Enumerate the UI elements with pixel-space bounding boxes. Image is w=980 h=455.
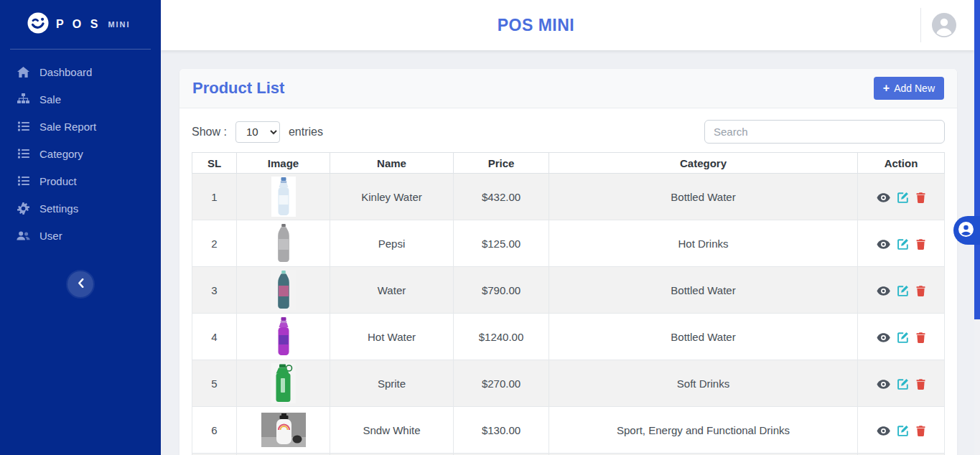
product-list-card: Product List + Add New Show : 10 entries bbox=[179, 69, 957, 455]
table-controls: Show : 10 entries bbox=[192, 120, 945, 144]
cell-price: $432.00 bbox=[454, 174, 549, 220]
col-header-sl: SL bbox=[192, 153, 237, 174]
home-icon bbox=[17, 67, 30, 78]
sidebar-item-user[interactable]: User bbox=[0, 222, 161, 249]
eye-icon[interactable] bbox=[877, 193, 890, 202]
search-input[interactable] bbox=[704, 120, 945, 144]
cell-name: Hot Water bbox=[330, 314, 454, 360]
trash-icon[interactable] bbox=[916, 332, 925, 343]
list-icon bbox=[17, 121, 30, 131]
cell-category: Bottled Water bbox=[549, 174, 858, 220]
eye-icon[interactable] bbox=[877, 240, 890, 249]
header-divider bbox=[920, 8, 921, 42]
person-circle-icon bbox=[958, 221, 974, 240]
cell-actions bbox=[858, 360, 945, 407]
cell-sl: 2 bbox=[192, 220, 237, 267]
table-row: 4 Hot Water $1240.00 Bottled Water bbox=[192, 314, 945, 360]
cell-sl: 6 bbox=[192, 407, 237, 454]
edit-icon[interactable] bbox=[897, 332, 909, 343]
plus-icon: + bbox=[883, 83, 890, 94]
table-row: 2 Pepsi $125.00 Hot Drinks bbox=[192, 220, 945, 267]
users-icon bbox=[17, 230, 30, 241]
eye-icon[interactable] bbox=[877, 286, 890, 296]
eye-icon[interactable] bbox=[877, 380, 890, 389]
chevron-left-icon bbox=[78, 278, 84, 290]
product-table: SLImageNamePriceCategoryAction 1 Kinley … bbox=[192, 152, 945, 455]
trash-icon[interactable] bbox=[916, 286, 925, 296]
eye-icon[interactable] bbox=[877, 426, 890, 436]
sitemap-icon bbox=[17, 93, 30, 105]
avatar-icon bbox=[932, 29, 956, 39]
cell-image bbox=[237, 407, 330, 454]
edit-icon[interactable] bbox=[897, 425, 909, 436]
sidebar: P O S MINI Dashboard Sale Sale Report Ca… bbox=[0, 0, 161, 455]
edit-icon[interactable] bbox=[897, 378, 909, 390]
product-image bbox=[271, 363, 296, 403]
cell-name: Water bbox=[330, 267, 454, 314]
cell-sl: 3 bbox=[192, 267, 237, 314]
add-new-label: Add New bbox=[894, 83, 935, 94]
cell-image bbox=[237, 314, 330, 360]
trash-icon[interactable] bbox=[916, 192, 925, 203]
col-header-name: Name bbox=[330, 153, 454, 174]
cell-name: Kinley Water bbox=[330, 174, 454, 220]
cell-category: Bottled Water bbox=[549, 314, 858, 360]
col-header-action: Action bbox=[858, 153, 945, 174]
cell-sl: 4 bbox=[192, 314, 237, 360]
cell-name: Sprite bbox=[330, 360, 454, 407]
page-header-title: POS MINI bbox=[498, 16, 575, 35]
sidebar-item-product[interactable]: Product bbox=[0, 167, 161, 194]
product-image bbox=[271, 177, 296, 217]
cell-price: $130.00 bbox=[454, 407, 549, 454]
brand: P O S MINI bbox=[0, 0, 161, 47]
cell-category: Bottled Water bbox=[549, 267, 858, 314]
trash-icon[interactable] bbox=[916, 379, 925, 390]
product-image bbox=[271, 316, 296, 357]
sidebar-item-settings[interactable]: Settings bbox=[0, 194, 161, 222]
sidebar-nav: Dashboard Sale Sale Report Category Prod… bbox=[0, 58, 161, 249]
cell-actions bbox=[858, 174, 945, 220]
list-icon bbox=[17, 176, 30, 186]
eye-icon[interactable] bbox=[877, 333, 890, 342]
trash-icon[interactable] bbox=[916, 239, 925, 250]
sidebar-item-sale[interactable]: Sale bbox=[0, 85, 161, 113]
edit-icon[interactable] bbox=[897, 192, 909, 203]
brand-logo-icon bbox=[27, 12, 49, 37]
cell-actions bbox=[858, 220, 945, 267]
floating-user-button[interactable] bbox=[953, 216, 980, 245]
sidebar-item-dashboard[interactable]: Dashboard bbox=[0, 58, 161, 85]
table-header-row: SLImageNamePriceCategoryAction bbox=[192, 153, 945, 174]
trash-icon[interactable] bbox=[916, 426, 925, 436]
main-content: Product List + Add New Show : 10 entries bbox=[161, 50, 974, 455]
sidebar-collapse-button[interactable] bbox=[67, 271, 93, 297]
user-avatar-button[interactable] bbox=[932, 13, 956, 37]
cell-actions bbox=[858, 314, 945, 360]
edit-icon[interactable] bbox=[897, 285, 909, 296]
cell-price: $125.00 bbox=[454, 220, 549, 267]
cell-name: Sndw White bbox=[330, 407, 454, 454]
entries-select[interactable]: 10 bbox=[235, 121, 280, 143]
table-row: 1 Kinley Water $432.00 Bottled Water bbox=[192, 174, 945, 220]
sidebar-divider bbox=[10, 49, 151, 50]
cell-actions bbox=[858, 267, 945, 314]
cell-sl: 5 bbox=[192, 360, 237, 407]
content-area: POS MINI Product List + Add New bbox=[161, 0, 974, 455]
add-new-button[interactable]: + Add New bbox=[874, 77, 944, 100]
brand-suffix: MINI bbox=[108, 20, 130, 29]
cell-sl: 1 bbox=[192, 174, 237, 220]
page-title: Product List bbox=[192, 79, 284, 98]
gear-icon bbox=[17, 202, 30, 215]
scrollbar-thumb[interactable] bbox=[974, 0, 980, 319]
edit-icon[interactable] bbox=[897, 238, 909, 250]
table-row: 6 Sndw White $130.00 Sport, Energy and F… bbox=[192, 407, 945, 454]
col-header-image: Image bbox=[237, 153, 330, 174]
sidebar-item-sale-report[interactable]: Sale Report bbox=[0, 113, 161, 140]
card-header: Product List + Add New bbox=[179, 69, 957, 108]
entries-label: entries bbox=[289, 126, 323, 139]
product-image bbox=[261, 413, 306, 447]
sidebar-item-category[interactable]: Category bbox=[0, 140, 161, 167]
brand-name: P O S bbox=[56, 18, 101, 31]
table-row: 5 Sprite $270.00 Soft Drinks bbox=[192, 360, 945, 407]
top-header: POS MINI bbox=[161, 0, 974, 50]
cell-image bbox=[237, 220, 330, 267]
